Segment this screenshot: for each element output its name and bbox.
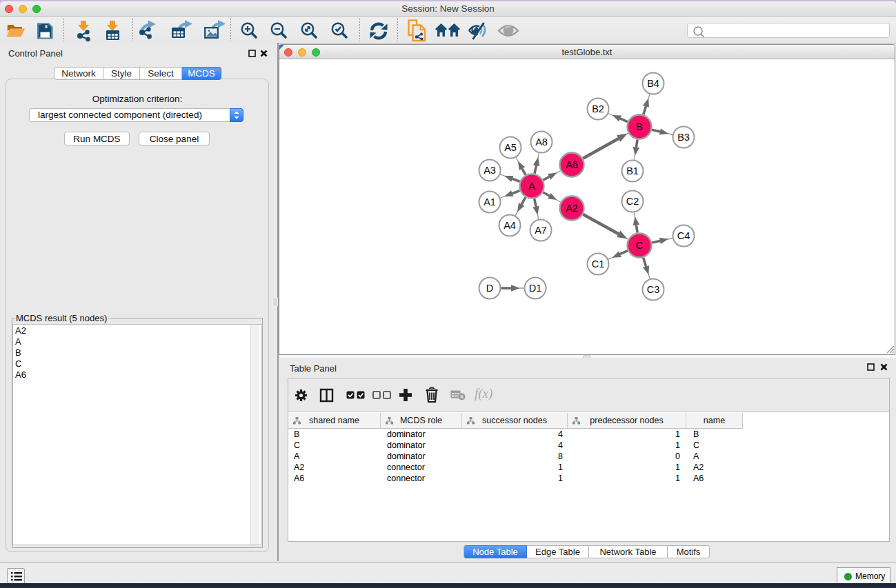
svg-text:A4: A4 — [504, 220, 516, 231]
svg-text:A8: A8 — [535, 136, 548, 148]
svg-text:C4: C4 — [677, 230, 690, 241]
svg-text:D1: D1 — [529, 283, 542, 294]
svg-text:A1: A1 — [484, 196, 496, 207]
svg-text:D: D — [486, 283, 493, 294]
svg-text:A5: A5 — [504, 142, 517, 153]
svg-text:B2: B2 — [592, 103, 604, 114]
svg-text:C2: C2 — [626, 196, 639, 207]
svg-text:C1: C1 — [592, 258, 605, 270]
svg-text:B4: B4 — [647, 78, 659, 89]
svg-text:C3: C3 — [647, 284, 660, 295]
svg-text:A6: A6 — [566, 159, 578, 170]
svg-text:B3: B3 — [677, 132, 690, 143]
svg-text:A: A — [528, 181, 535, 192]
svg-text:A3: A3 — [484, 165, 496, 176]
svg-text:A2: A2 — [566, 203, 578, 214]
svg-text:B1: B1 — [626, 165, 639, 176]
svg-text:B: B — [636, 121, 643, 132]
svg-text:C: C — [636, 240, 643, 251]
svg-text:A7: A7 — [535, 225, 547, 236]
